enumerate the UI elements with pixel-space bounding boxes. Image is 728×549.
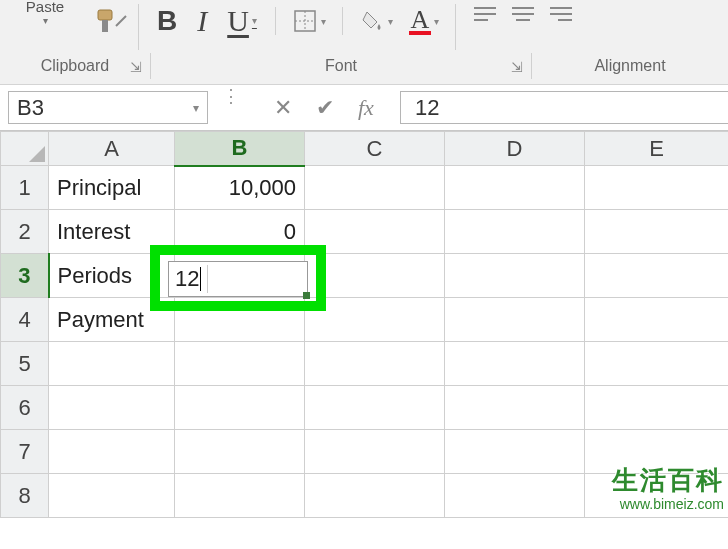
group-label-alignment: Alignment [532,57,728,75]
cell-C6[interactable] [305,386,445,430]
cell-E1[interactable] [585,166,729,210]
cell-editor[interactable]: 12 [168,261,308,297]
cell-D2[interactable] [445,210,585,254]
cell-A5[interactable] [49,342,175,386]
cell-A8[interactable] [49,474,175,518]
formula-bar: B3 ▾ ⋮ ✕ ✔ fx 12 [0,85,728,131]
cell-A3[interactable]: Periods [49,254,175,298]
bold-button[interactable]: B [155,5,179,37]
col-header-A[interactable]: A [49,132,175,166]
cell-D8[interactable] [445,474,585,518]
enter-icon[interactable]: ✔ [316,95,334,121]
cell-B2[interactable]: 0 [175,210,305,254]
ribbon: Paste ▾ B I U▾ [0,0,728,85]
cell-A1[interactable]: Principal [49,166,175,210]
cell-D3[interactable] [445,254,585,298]
separator [455,4,456,50]
cell-E5[interactable] [585,342,729,386]
paste-label: Paste [26,0,64,15]
format-painter-icon[interactable] [92,6,128,36]
fill-handle[interactable] [303,292,310,299]
paste-button[interactable]: Paste ▾ [8,4,88,26]
font-color-button[interactable]: A ▾ [409,7,439,35]
col-header-B[interactable]: B [175,132,305,166]
text-caret [200,267,201,291]
cell-A2[interactable]: Interest [49,210,175,254]
cell-C7[interactable] [305,430,445,474]
name-box-value: B3 [17,95,44,121]
cell-A7[interactable] [49,430,175,474]
col-header-D[interactable]: D [445,132,585,166]
cell-B7[interactable] [175,430,305,474]
cell-A6[interactable] [49,386,175,430]
cancel-icon[interactable]: ✕ [274,95,292,121]
cell-B4[interactable] [175,298,305,342]
row-header-7[interactable]: 7 [1,430,49,474]
chevron-down-icon[interactable]: ▾ [193,101,199,115]
cell-C4[interactable] [305,298,445,342]
chevron-down-icon[interactable]: ▾ [388,16,393,27]
formula-value: 12 [415,95,439,121]
underline-button[interactable]: U▾ [225,4,259,38]
row-header-5[interactable]: 5 [1,342,49,386]
font-color-letter: A [411,7,430,33]
alignment-group [466,4,580,26]
row-header-3[interactable]: 3 [1,254,49,298]
insert-function-button[interactable]: fx [358,95,374,121]
cell-C2[interactable] [305,210,445,254]
align-bottom-button[interactable] [548,4,574,26]
cell-E3[interactable] [585,254,729,298]
row-header-4[interactable]: 4 [1,298,49,342]
row-header-2[interactable]: 2 [1,210,49,254]
cell-D6[interactable] [445,386,585,430]
cell-B8[interactable] [175,474,305,518]
font-group: B I U▾ ▾ ▾ [149,4,445,38]
fill-color-button[interactable]: ▾ [359,8,393,34]
cell-editor-value: 12 [175,266,199,292]
cell-D1[interactable] [445,166,585,210]
cell-C5[interactable] [305,342,445,386]
group-label-font: Font ⇲ [151,57,531,75]
row-header-1[interactable]: 1 [1,166,49,210]
cell-A4[interactable]: Payment [49,298,175,342]
align-top-button[interactable] [472,4,498,26]
cell-C3[interactable] [305,254,445,298]
cell-C1[interactable] [305,166,445,210]
chevron-down-icon[interactable]: ▾ [321,16,326,27]
cell-C8[interactable] [305,474,445,518]
cell-E6[interactable] [585,386,729,430]
separator [275,7,276,35]
align-middle-button[interactable] [510,4,536,26]
formula-input[interactable]: 12 [400,91,728,124]
cell-E4[interactable] [585,298,729,342]
col-header-C[interactable]: C [305,132,445,166]
name-box[interactable]: B3 ▾ [8,91,208,124]
chevron-down-icon[interactable]: ▾ [434,16,439,27]
cell-B5[interactable] [175,342,305,386]
cell-D4[interactable] [445,298,585,342]
dialog-launcher-icon[interactable]: ⇲ [511,59,523,75]
row-header-6[interactable]: 6 [1,386,49,430]
italic-button[interactable]: I [195,4,209,38]
underline-letter: U [227,6,249,36]
svg-rect-0 [98,10,112,20]
cell-B1[interactable]: 10,000 [175,166,305,210]
svg-rect-1 [102,20,108,32]
select-all-corner[interactable] [1,132,49,166]
cell-D5[interactable] [445,342,585,386]
row-header-8[interactable]: 8 [1,474,49,518]
vertical-dots-icon[interactable]: ⋮ [216,85,246,130]
separator [207,265,208,293]
cell-E2[interactable] [585,210,729,254]
cell-D7[interactable] [445,430,585,474]
cell-E8[interactable] [585,474,729,518]
cell-E7[interactable] [585,430,729,474]
cell-B6[interactable] [175,386,305,430]
col-header-E[interactable]: E [585,132,729,166]
paste-dropdown-caret[interactable]: ▾ [43,15,48,26]
spreadsheet-grid[interactable]: A B C D E 1 Principal 10,000 2 Interest … [0,131,728,518]
dialog-launcher-icon[interactable]: ⇲ [130,59,142,75]
chevron-down-icon[interactable]: ▾ [252,16,257,26]
border-button[interactable]: ▾ [292,8,326,34]
separator [138,4,139,50]
